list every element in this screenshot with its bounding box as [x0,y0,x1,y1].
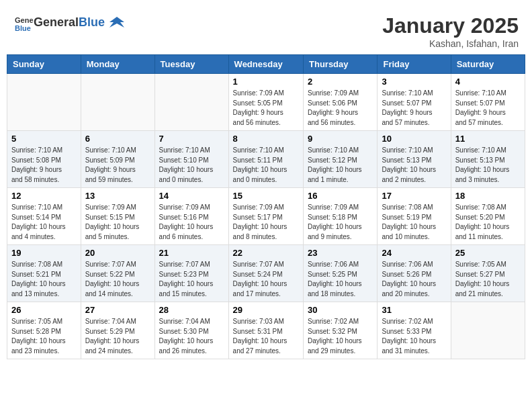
logo-bird-icon [109,15,124,30]
calendar-day-cell: 10Sunrise: 7:10 AM Sunset: 5:13 PM Dayli… [378,131,451,188]
calendar-week-row: 19Sunrise: 7:08 AM Sunset: 5:21 PM Dayli… [7,245,525,302]
calendar-day-cell: 5Sunrise: 7:10 AM Sunset: 5:08 PM Daylig… [7,131,81,188]
calendar-day-cell: 14Sunrise: 7:09 AM Sunset: 5:16 PM Dayli… [154,188,228,245]
calendar-day-cell: 28Sunrise: 7:04 AM Sunset: 5:30 PM Dayli… [154,302,228,359]
day-info: Sunrise: 7:10 AM Sunset: 5:09 PM Dayligh… [85,146,150,185]
calendar-day-cell: 13Sunrise: 7:09 AM Sunset: 5:15 PM Dayli… [81,188,154,245]
day-number: 26 [11,305,77,315]
day-info: Sunrise: 7:04 AM Sunset: 5:30 PM Dayligh… [159,317,224,356]
page-header: General Blue GeneralBlue January 2025 Ka… [7,7,525,54]
day-info: Sunrise: 7:03 AM Sunset: 5:31 PM Dayligh… [233,317,299,356]
day-info: Sunrise: 7:09 AM Sunset: 5:18 PM Dayligh… [308,203,373,242]
day-number: 2 [308,77,373,87]
calendar-day-cell: 23Sunrise: 7:06 AM Sunset: 5:25 PM Dayli… [304,245,378,302]
day-info: Sunrise: 7:10 AM Sunset: 5:12 PM Dayligh… [308,146,373,185]
weekday-header-saturday: Saturday [451,55,525,74]
logo-text: GeneralBlue [34,15,124,31]
calendar-day-cell: 26Sunrise: 7:05 AM Sunset: 5:28 PM Dayli… [7,302,81,359]
calendar-day-cell: 16Sunrise: 7:09 AM Sunset: 5:18 PM Dayli… [304,188,378,245]
calendar-week-row: 26Sunrise: 7:05 AM Sunset: 5:28 PM Dayli… [7,302,525,359]
day-number: 30 [308,305,373,315]
day-info: Sunrise: 7:06 AM Sunset: 5:26 PM Dayligh… [382,260,446,299]
calendar-day-cell: 15Sunrise: 7:09 AM Sunset: 5:17 PM Dayli… [228,188,303,245]
day-number: 16 [308,191,373,201]
day-number: 18 [455,191,521,201]
day-info: Sunrise: 7:07 AM Sunset: 5:22 PM Dayligh… [85,260,150,299]
day-info: Sunrise: 7:10 AM Sunset: 5:08 PM Dayligh… [11,146,77,185]
calendar-day-cell: 24Sunrise: 7:06 AM Sunset: 5:26 PM Dayli… [378,245,451,302]
day-info: Sunrise: 7:10 AM Sunset: 5:13 PM Dayligh… [382,146,446,185]
day-info: Sunrise: 7:04 AM Sunset: 5:29 PM Dayligh… [85,317,150,356]
calendar-day-cell [81,74,154,131]
day-info: Sunrise: 7:08 AM Sunset: 5:20 PM Dayligh… [455,203,521,242]
day-number: 28 [159,305,224,315]
weekday-header-wednesday: Wednesday [228,55,303,74]
calendar-day-cell: 3Sunrise: 7:10 AM Sunset: 5:07 PM Daylig… [378,74,451,131]
calendar-day-cell: 31Sunrise: 7:02 AM Sunset: 5:33 PM Dayli… [378,302,451,359]
day-number: 31 [382,305,446,315]
calendar-day-cell: 30Sunrise: 7:02 AM Sunset: 5:32 PM Dayli… [304,302,378,359]
day-info: Sunrise: 7:10 AM Sunset: 5:11 PM Dayligh… [233,146,299,185]
calendar-day-cell: 19Sunrise: 7:08 AM Sunset: 5:21 PM Dayli… [7,245,81,302]
day-info: Sunrise: 7:09 AM Sunset: 5:06 PM Dayligh… [308,89,373,128]
day-info: Sunrise: 7:08 AM Sunset: 5:19 PM Dayligh… [382,203,446,242]
day-info: Sunrise: 7:06 AM Sunset: 5:25 PM Dayligh… [308,260,373,299]
day-number: 7 [159,134,224,144]
svg-marker-2 [109,17,124,28]
svg-text:General: General [15,16,34,24]
day-info: Sunrise: 7:08 AM Sunset: 5:21 PM Dayligh… [11,260,77,299]
calendar-week-row: 1Sunrise: 7:09 AM Sunset: 5:05 PM Daylig… [7,74,525,131]
day-info: Sunrise: 7:09 AM Sunset: 5:05 PM Dayligh… [233,89,299,128]
weekday-header-tuesday: Tuesday [154,55,228,74]
calendar-day-cell: 4Sunrise: 7:10 AM Sunset: 5:07 PM Daylig… [451,74,525,131]
day-info: Sunrise: 7:10 AM Sunset: 5:10 PM Dayligh… [159,146,224,185]
day-number: 23 [308,248,373,258]
day-number: 3 [382,77,446,87]
calendar-day-cell: 2Sunrise: 7:09 AM Sunset: 5:06 PM Daylig… [304,74,378,131]
calendar-day-cell: 7Sunrise: 7:10 AM Sunset: 5:10 PM Daylig… [154,131,228,188]
calendar-title-block: January 2025 Kashan, Isfahan, Iran [382,13,519,49]
day-number: 4 [455,77,521,87]
calendar-day-cell [154,74,228,131]
day-info: Sunrise: 7:10 AM Sunset: 5:07 PM Dayligh… [382,89,446,128]
day-number: 14 [159,191,224,201]
day-number: 8 [233,134,299,144]
calendar-day-cell [451,302,525,359]
day-number: 11 [455,134,521,144]
calendar-day-cell: 1Sunrise: 7:09 AM Sunset: 5:05 PM Daylig… [228,74,303,131]
weekday-header-sunday: Sunday [7,55,81,74]
calendar-day-cell: 25Sunrise: 7:05 AM Sunset: 5:27 PM Dayli… [451,245,525,302]
day-info: Sunrise: 7:09 AM Sunset: 5:17 PM Dayligh… [233,203,299,242]
day-number: 13 [85,191,150,201]
day-number: 24 [382,248,446,258]
calendar-table: SundayMondayTuesdayWednesdayThursdayFrid… [7,54,525,359]
day-number: 12 [11,191,77,201]
calendar-day-cell: 29Sunrise: 7:03 AM Sunset: 5:31 PM Dayli… [228,302,303,359]
day-info: Sunrise: 7:09 AM Sunset: 5:16 PM Dayligh… [159,203,224,242]
day-info: Sunrise: 7:10 AM Sunset: 5:13 PM Dayligh… [455,146,521,185]
calendar-week-row: 12Sunrise: 7:10 AM Sunset: 5:14 PM Dayli… [7,188,525,245]
location-subtitle: Kashan, Isfahan, Iran [382,38,519,49]
month-title: January 2025 [382,13,519,38]
day-info: Sunrise: 7:02 AM Sunset: 5:33 PM Dayligh… [382,317,446,356]
calendar-day-cell: 12Sunrise: 7:10 AM Sunset: 5:14 PM Dayli… [7,188,81,245]
day-number: 27 [85,305,150,315]
calendar-day-cell: 20Sunrise: 7:07 AM Sunset: 5:22 PM Dayli… [81,245,154,302]
logo-icon: General Blue [15,13,34,32]
day-info: Sunrise: 7:05 AM Sunset: 5:27 PM Dayligh… [455,260,521,299]
calendar-day-cell: 22Sunrise: 7:07 AM Sunset: 5:24 PM Dayli… [228,245,303,302]
calendar-day-cell: 18Sunrise: 7:08 AM Sunset: 5:20 PM Dayli… [451,188,525,245]
logo: General Blue GeneralBlue [13,13,124,32]
day-info: Sunrise: 7:07 AM Sunset: 5:24 PM Dayligh… [233,260,299,299]
day-number: 25 [455,248,521,258]
day-number: 6 [85,134,150,144]
day-number: 17 [382,191,446,201]
calendar-day-cell: 6Sunrise: 7:10 AM Sunset: 5:09 PM Daylig… [81,131,154,188]
calendar-day-cell [7,74,81,131]
day-number: 9 [308,134,373,144]
day-number: 22 [233,248,299,258]
day-number: 20 [85,248,150,258]
calendar-day-cell: 27Sunrise: 7:04 AM Sunset: 5:29 PM Dayli… [81,302,154,359]
calendar-day-cell: 8Sunrise: 7:10 AM Sunset: 5:11 PM Daylig… [228,131,303,188]
weekday-header-row: SundayMondayTuesdayWednesdayThursdayFrid… [7,55,525,74]
